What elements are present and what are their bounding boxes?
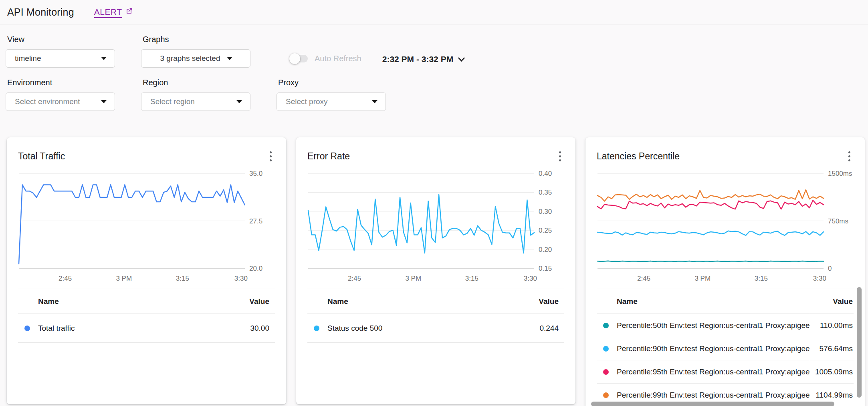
series-name: Status code 500 xyxy=(327,324,508,333)
kebab-menu-icon[interactable] xyxy=(556,150,564,163)
page-title: API Monitoring xyxy=(7,6,74,18)
legend-table: Name Value Percentile:50th Env:test Regi… xyxy=(597,289,854,406)
series-value: 1005.09ms xyxy=(810,368,854,376)
graphs-select[interactable]: 3 graphs selected xyxy=(141,49,250,68)
card-title: Error Rate xyxy=(307,151,350,162)
series-name-cell: Percentile:90th Env:test Region:us-centr… xyxy=(597,337,810,360)
legend-table-header: Name Value xyxy=(18,289,275,314)
total-traffic-chart[interactable]: 35.027.520.02:453 PM3:153:30 xyxy=(18,167,275,284)
svg-text:3:15: 3:15 xyxy=(755,275,768,282)
alert-link[interactable]: ALERT xyxy=(94,7,133,17)
table-row[interactable]: Status code 5000.244 xyxy=(307,314,564,343)
view-select-value: timeline xyxy=(15,54,101,63)
series-color-dot xyxy=(603,346,609,352)
chevron-down-icon xyxy=(458,56,465,62)
value-column-header: Value xyxy=(508,297,564,306)
caret-down-icon xyxy=(227,57,232,60)
toggle-knob xyxy=(289,53,300,64)
filter-row-1: View timeline Graphs 3 graphs selected A… xyxy=(6,35,868,68)
card-title: Total Traffic xyxy=(18,151,65,162)
graphs-select-value: 3 graphs selected xyxy=(160,54,220,63)
name-column-header: Name xyxy=(597,289,810,314)
auto-refresh-toggle[interactable] xyxy=(290,55,308,62)
region-filter-group: Region Select region xyxy=(141,78,250,111)
svg-text:2:45: 2:45 xyxy=(59,275,72,282)
external-link-icon xyxy=(125,7,133,15)
svg-text:3:30: 3:30 xyxy=(813,275,826,282)
svg-text:750ms: 750ms xyxy=(828,217,848,225)
svg-text:3 PM: 3 PM xyxy=(116,275,132,282)
table-row[interactable]: Total traffic30.00 xyxy=(18,314,275,343)
series-color-dot xyxy=(603,369,609,375)
graphs-label: Graphs xyxy=(143,35,250,44)
series-name: Percentile:90th Env:test Region:us-centr… xyxy=(617,344,810,353)
svg-text:3:30: 3:30 xyxy=(234,275,248,282)
environment-select-placeholder: Select environment xyxy=(15,97,101,106)
time-range-value: 2:32 PM - 3:32 PM xyxy=(382,54,453,64)
card-header: Error Rate xyxy=(307,137,564,163)
series-color-dot xyxy=(603,392,609,398)
value-column-header: Value xyxy=(219,297,275,306)
region-label: Region xyxy=(143,78,250,87)
series-color-dot xyxy=(603,323,609,328)
total-traffic-card: Total Traffic 35.027.520.02:453 PM3:153:… xyxy=(7,137,286,404)
series-color-dot xyxy=(24,326,30,331)
series-color-dot xyxy=(314,326,319,331)
table-row[interactable]: Percentile:95th Env:test Region:us-centr… xyxy=(597,360,854,384)
vertical-scrollbar[interactable] xyxy=(857,287,862,398)
svg-text:0.30: 0.30 xyxy=(539,208,552,215)
horizontal-scrollbar[interactable] xyxy=(591,402,834,406)
table-row[interactable]: Percentile:50th Env:test Region:us-centr… xyxy=(597,314,854,337)
svg-text:0.25: 0.25 xyxy=(539,227,552,234)
graphs-filter-group: Graphs 3 graphs selected xyxy=(141,35,250,68)
view-label: View xyxy=(7,35,115,44)
svg-text:3 PM: 3 PM xyxy=(405,275,421,282)
caret-down-icon xyxy=(101,100,107,103)
error-rate-card: Error Rate 0.400.350.300.250.200.152:453… xyxy=(296,137,575,404)
proxy-label: Proxy xyxy=(278,78,386,87)
svg-text:0.15: 0.15 xyxy=(539,265,552,272)
environment-label: Environment xyxy=(7,78,115,87)
error-rate-chart[interactable]: 0.400.350.300.250.200.152:453 PM3:153:30 xyxy=(307,167,564,284)
svg-text:3:15: 3:15 xyxy=(465,275,478,282)
name-column-header: Name xyxy=(18,297,219,306)
legend-table: Name Value Status code 5000.244 xyxy=(307,289,564,343)
svg-text:0.20: 0.20 xyxy=(539,246,552,253)
proxy-filter-group: Proxy Select proxy xyxy=(277,78,386,111)
series-value: 30.00 xyxy=(219,324,275,333)
region-select-placeholder: Select region xyxy=(150,97,236,106)
card-title: Latencies Percentile xyxy=(597,151,680,162)
time-range-picker[interactable]: 2:32 PM - 3:32 PM xyxy=(382,54,465,64)
table-row[interactable]: Percentile:90th Env:test Region:us-centr… xyxy=(597,337,854,360)
alert-link-label: ALERT xyxy=(94,7,122,17)
name-column-header: Name xyxy=(307,297,508,306)
proxy-select[interactable]: Select proxy xyxy=(277,92,386,111)
legend-table: Name Value Total traffic30.00 xyxy=(18,289,275,343)
series-name: Percentile:99th Env:test Region:us-centr… xyxy=(617,391,810,400)
svg-text:0: 0 xyxy=(828,265,832,272)
latencies-percentile-card: Latencies Percentile 1500ms750ms02:453 P… xyxy=(585,137,865,406)
series-name: Total traffic xyxy=(38,324,219,333)
svg-text:27.5: 27.5 xyxy=(249,217,262,225)
card-header: Latencies Percentile xyxy=(597,137,854,163)
svg-text:1500ms: 1500ms xyxy=(828,170,852,177)
latencies-percentile-chart[interactable]: 1500ms750ms02:453 PM3:153:30 xyxy=(597,167,854,284)
caret-down-icon xyxy=(372,100,377,103)
svg-text:35.0: 35.0 xyxy=(249,170,262,177)
dashboard-cards: Total Traffic 35.027.520.02:453 PM3:153:… xyxy=(0,137,868,406)
filter-row-2: Environment Select environment Region Se… xyxy=(6,78,868,111)
view-select[interactable]: timeline xyxy=(6,49,115,68)
caret-down-icon xyxy=(236,100,242,103)
series-value: 1104.99ms xyxy=(810,391,854,400)
card-header: Total Traffic xyxy=(18,137,275,163)
kebab-menu-icon[interactable] xyxy=(266,150,275,163)
environment-select[interactable]: Select environment xyxy=(6,92,115,111)
app-header: API Monitoring ALERT xyxy=(0,0,868,24)
kebab-menu-icon[interactable] xyxy=(845,150,854,163)
region-select[interactable]: Select region xyxy=(141,92,250,111)
auto-refresh-group: Auto Refresh xyxy=(290,54,361,63)
series-name-cell: Percentile:50th Env:test Region:us-centr… xyxy=(597,314,810,337)
value-column-header: Value xyxy=(810,297,854,306)
svg-text:3:30: 3:30 xyxy=(524,275,537,282)
series-name: Percentile:50th Env:test Region:us-centr… xyxy=(617,321,810,330)
